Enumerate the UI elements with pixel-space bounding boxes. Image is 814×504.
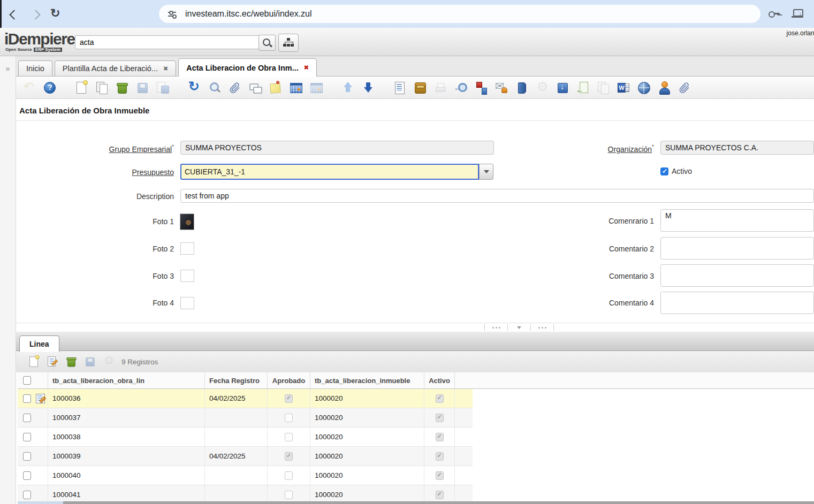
activo-checkbox[interactable]	[660, 167, 668, 175]
close-tab-icon[interactable]: ✖	[163, 65, 168, 72]
process-gear-icon[interactable]	[535, 81, 549, 95]
browser-forward-button[interactable]	[32, 11, 39, 20]
delete-record-icon[interactable]	[115, 81, 129, 95]
aprobado-checkbox[interactable]	[285, 491, 293, 499]
grupo-empresarial-label[interactable]: Grupo Empresarial*	[62, 144, 174, 154]
table-row[interactable]: 1000036 04/02/2025 1000020	[18, 389, 473, 408]
foto2-field[interactable]	[180, 242, 194, 255]
parent-record-icon[interactable]	[341, 81, 355, 95]
organizacion-field[interactable]	[660, 141, 814, 155]
save-create-icon[interactable]	[156, 81, 170, 95]
detail-process-icon[interactable]	[103, 356, 115, 368]
export-icon[interactable]	[556, 81, 569, 95]
attachment-2-icon[interactable]	[678, 81, 691, 95]
csv-import-icon[interactable]	[596, 81, 610, 95]
tab-plantilla-acta[interactable]: Plantilla Acta de Liberació... ✖	[55, 60, 176, 76]
presupuesto-label[interactable]: Presupuesto	[62, 168, 174, 177]
comentario1-field[interactable]: M	[660, 209, 814, 232]
activo-checkbox[interactable]	[436, 452, 444, 461]
zoom-across-icon[interactable]	[454, 81, 468, 95]
attachment-icon[interactable]	[228, 81, 242, 95]
splitter-collapse-button[interactable]	[507, 324, 530, 331]
detail-edit-icon[interactable]	[47, 356, 59, 368]
column-header[interactable]: Fecha Registro	[205, 372, 268, 388]
description-field[interactable]	[180, 189, 814, 203]
table-row[interactable]: 1000038 1000020	[18, 427, 473, 447]
detail-new-icon[interactable]	[28, 356, 40, 368]
address-bar[interactable]: investeam.itsc.ec/webui/index.zul	[159, 5, 760, 23]
import-file-icon[interactable]	[576, 81, 590, 95]
label-icon[interactable]	[515, 81, 529, 95]
aprobado-checkbox[interactable]	[285, 394, 293, 403]
send-mail-icon[interactable]	[495, 81, 508, 95]
site-info-icon[interactable]	[167, 9, 178, 19]
comentario4-field[interactable]	[660, 292, 814, 314]
grid-toggle-icon[interactable]	[289, 81, 303, 95]
detail-grid-icon[interactable]	[309, 81, 323, 95]
foto4-field[interactable]	[180, 297, 194, 309]
user-icon[interactable]	[657, 81, 671, 95]
aprobado-checkbox[interactable]	[285, 433, 293, 441]
presupuesto-field[interactable]	[180, 164, 479, 180]
postit-note-icon[interactable]	[269, 81, 283, 95]
export-word-icon[interactable]	[617, 81, 630, 95]
table-row[interactable]: 1000037 1000020	[18, 408, 473, 427]
browser-back-button[interactable]	[11, 11, 18, 20]
url-text[interactable]: investeam.itsc.ec/webui/index.zul	[185, 9, 312, 19]
table-row[interactable]: 1000039 04/02/2025 1000020	[18, 447, 473, 466]
row-checkbox[interactable]	[23, 452, 31, 461]
refresh-icon[interactable]	[187, 81, 201, 95]
row-edit-icon[interactable]	[35, 393, 46, 404]
foto1-thumbnail[interactable]	[180, 213, 194, 230]
archive-icon[interactable]	[413, 81, 427, 95]
row-checkbox[interactable]	[23, 394, 31, 403]
activo-checkbox[interactable]	[436, 414, 444, 422]
global-search-input[interactable]	[75, 35, 261, 49]
comentario3-field[interactable]	[660, 264, 814, 287]
workflow-icon[interactable]	[474, 81, 488, 95]
undo-icon[interactable]	[22, 81, 36, 95]
aprobado-checkbox[interactable]	[285, 414, 293, 422]
menu-tree-button[interactable]	[278, 34, 299, 52]
tab-linea[interactable]: Linea	[19, 335, 59, 352]
activo-checkbox[interactable]	[436, 433, 444, 441]
aprobado-checkbox[interactable]	[285, 452, 293, 461]
organizacion-label[interactable]: Organización*	[542, 144, 654, 154]
splitter-dots-left[interactable]	[484, 324, 507, 331]
activo-checkbox[interactable]	[436, 471, 444, 480]
print-icon[interactable]	[433, 81, 447, 95]
chat-icon[interactable]	[248, 81, 262, 95]
row-checkbox[interactable]	[23, 491, 31, 499]
table-row[interactable]: 1000040 1000020	[18, 466, 473, 485]
row-checkbox[interactable]	[23, 414, 31, 422]
new-record-icon[interactable]	[74, 81, 88, 95]
foto3-field[interactable]	[180, 270, 194, 282]
column-header[interactable]: Aprobado	[268, 372, 310, 388]
browser-reload-button[interactable]: ↻	[50, 7, 60, 19]
copy-record-icon[interactable]	[95, 81, 109, 95]
detail-delete-icon[interactable]	[65, 356, 78, 368]
save-icon[interactable]	[135, 81, 149, 95]
panel-splitter[interactable]	[16, 323, 814, 332]
activo-checkbox[interactable]	[436, 491, 444, 499]
help-icon[interactable]	[43, 81, 57, 95]
select-all-checkbox[interactable]	[23, 376, 31, 385]
column-header[interactable]: Activo	[424, 372, 455, 388]
search-button[interactable]	[258, 35, 276, 51]
presupuesto-dropdown-button[interactable]	[479, 164, 493, 180]
report-icon[interactable]	[393, 81, 407, 95]
tab-acta-liberacion[interactable]: Acta Liberacion de Obra Inm... ✖	[178, 58, 317, 77]
detail-record-icon[interactable]	[361, 81, 375, 95]
close-tab-icon[interactable]: ✖	[304, 64, 309, 71]
activo-checkbox[interactable]	[436, 394, 444, 403]
detail-save-icon[interactable]	[84, 356, 96, 368]
grupo-empresarial-field[interactable]	[180, 141, 494, 155]
row-checkbox[interactable]	[23, 433, 31, 441]
row-checkbox[interactable]	[23, 471, 31, 480]
expand-panel-icon[interactable]: »	[5, 64, 10, 73]
tab-inicio[interactable]: Inicio	[18, 60, 52, 76]
splitter-dots-right[interactable]	[530, 324, 554, 331]
column-header[interactable]: tb_acta_liberacion_obra_lin	[48, 372, 205, 388]
column-header[interactable]: tb_acta_liberacion_inmueble	[310, 372, 424, 388]
comentario2-field[interactable]	[660, 237, 814, 259]
